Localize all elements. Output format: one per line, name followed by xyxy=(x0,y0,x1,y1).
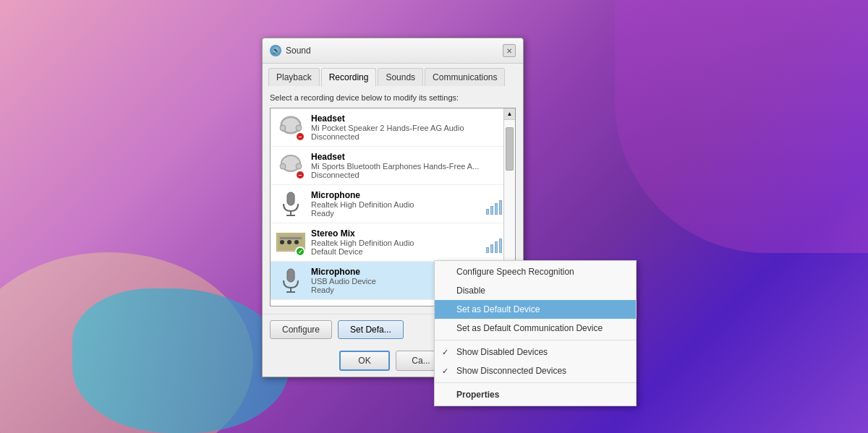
context-label-show-disconnected: Show Disconnected Devices xyxy=(456,366,566,376)
device-info-1: Headset Mi Pocket Speaker 2 Hands-Free A… xyxy=(311,113,509,141)
device-name-3: Microphone xyxy=(311,190,480,200)
svg-rect-17 xyxy=(280,237,302,239)
device-icon-mic-usb xyxy=(276,266,305,295)
status-badge-red-1: − xyxy=(295,132,305,142)
context-label-show-disabled: Show Disabled Devices xyxy=(456,347,548,357)
svg-rect-18 xyxy=(287,269,294,282)
svg-point-14 xyxy=(280,240,284,244)
level-bar xyxy=(486,247,489,253)
svg-point-4 xyxy=(280,125,286,131)
tab-bar: Playback Recording Sounds Communications xyxy=(263,64,523,86)
level-bar xyxy=(499,239,502,253)
title-bar: 🔊 Sound ✕ xyxy=(263,38,523,64)
device-status-1: Disconnected xyxy=(311,132,509,141)
close-button[interactable]: ✕ xyxy=(503,44,516,57)
context-item-properties[interactable]: Properties xyxy=(435,385,636,404)
device-item-headset-1[interactable]: − Headset Mi Pocket Speaker 2 Hands-Free… xyxy=(271,108,515,147)
device-icon-mic-1 xyxy=(276,189,305,218)
level-bar xyxy=(499,200,502,215)
device-item-stereo[interactable]: ✓ Stereo Mix Realtek High Definition Aud… xyxy=(271,223,515,262)
context-label-set-default: Set as Default Device xyxy=(456,304,540,314)
instruction-text: Select a recording device below to modif… xyxy=(270,93,516,102)
context-item-show-disconnected[interactable]: ✓ Show Disconnected Devices xyxy=(435,361,636,380)
context-label-comm-device: Set as Default Communication Device xyxy=(456,323,603,333)
context-item-comm-device[interactable]: Set as Default Communication Device xyxy=(435,319,636,338)
device-desc-3: Realtek High Definition Audio xyxy=(311,200,480,209)
device-info-2: Headset Mi Sports Bluetooth Earphones Ha… xyxy=(311,152,509,179)
set-default-button[interactable]: Set Defa... xyxy=(338,320,404,339)
device-name-2: Headset xyxy=(311,152,509,162)
window-icon: 🔊 xyxy=(270,45,281,56)
tab-sounds[interactable]: Sounds xyxy=(378,68,423,86)
tab-playback[interactable]: Playback xyxy=(268,68,320,86)
level-bar xyxy=(490,244,493,253)
bg-decoration-2 xyxy=(72,288,289,433)
svg-point-16 xyxy=(294,240,299,244)
tab-communications[interactable]: Communications xyxy=(425,68,505,86)
check-disabled-icon: ✓ xyxy=(442,348,448,357)
level-bar xyxy=(495,241,498,253)
context-item-set-default[interactable]: Set as Default Device xyxy=(435,300,636,319)
device-name-1: Headset xyxy=(311,113,509,124)
microphone-usb-icon xyxy=(278,267,304,293)
context-label-disable: Disable xyxy=(456,286,485,296)
scrollbar-thumb[interactable] xyxy=(506,127,514,171)
scrollbar-up-button[interactable]: ▲ xyxy=(504,108,516,120)
window-title: Sound xyxy=(286,46,311,56)
device-status-2: Disconnected xyxy=(311,171,509,179)
svg-point-15 xyxy=(287,240,292,244)
title-bar-left: 🔊 Sound xyxy=(270,45,311,56)
svg-rect-9 xyxy=(287,192,294,205)
device-item-mic-1[interactable]: Microphone Realtek High Definition Audio… xyxy=(271,185,515,223)
context-item-speech[interactable]: Configure Speech Recognition xyxy=(435,262,636,281)
context-separator-2 xyxy=(435,382,636,383)
device-info-4: Stereo Mix Realtek High Definition Audio… xyxy=(311,228,480,256)
device-icon-headset-2: − xyxy=(276,151,305,180)
level-bar xyxy=(490,206,493,215)
context-label-properties: Properties xyxy=(456,390,499,400)
device-item-headset-2[interactable]: − Headset Mi Sports Bluetooth Earphones … xyxy=(271,147,515,185)
device-status-4: Default Device xyxy=(311,247,480,256)
svg-point-8 xyxy=(296,163,302,169)
level-bar xyxy=(495,203,498,215)
device-icon-headset-1: − xyxy=(276,113,305,142)
status-badge-red-2: − xyxy=(295,170,305,180)
ok-button[interactable]: OK xyxy=(339,351,390,371)
device-info-3: Microphone Realtek High Definition Audio… xyxy=(311,190,480,218)
bg-decoration-3 xyxy=(615,0,868,253)
context-label-speech: Configure Speech Recognition xyxy=(456,267,574,277)
device-desc-2: Mi Sports Bluetooth Earphones Hands-Free… xyxy=(311,162,509,171)
tab-recording[interactable]: Recording xyxy=(321,68,377,87)
svg-point-7 xyxy=(280,163,286,169)
device-name-4: Stereo Mix xyxy=(311,228,480,239)
context-separator-1 xyxy=(435,340,636,340)
configure-button[interactable]: Configure xyxy=(270,320,332,339)
device-desc-1: Mi Pocket Speaker 2 Hands-Free AG Audio xyxy=(311,124,509,132)
context-menu: Configure Speech Recognition Disable Set… xyxy=(434,260,637,406)
device-status-3: Ready xyxy=(311,209,480,218)
device-icon-stereo: ✓ xyxy=(276,228,305,257)
svg-point-5 xyxy=(296,125,302,131)
device-desc-4: Realtek High Definition Audio xyxy=(311,239,480,247)
level-bar xyxy=(486,209,489,215)
check-disconnected-icon: ✓ xyxy=(442,366,448,376)
context-item-disable[interactable]: Disable xyxy=(435,281,636,300)
microphone-icon-1 xyxy=(278,191,304,217)
status-badge-green: ✓ xyxy=(295,246,305,257)
context-item-show-disabled[interactable]: ✓ Show Disabled Devices xyxy=(435,343,636,361)
